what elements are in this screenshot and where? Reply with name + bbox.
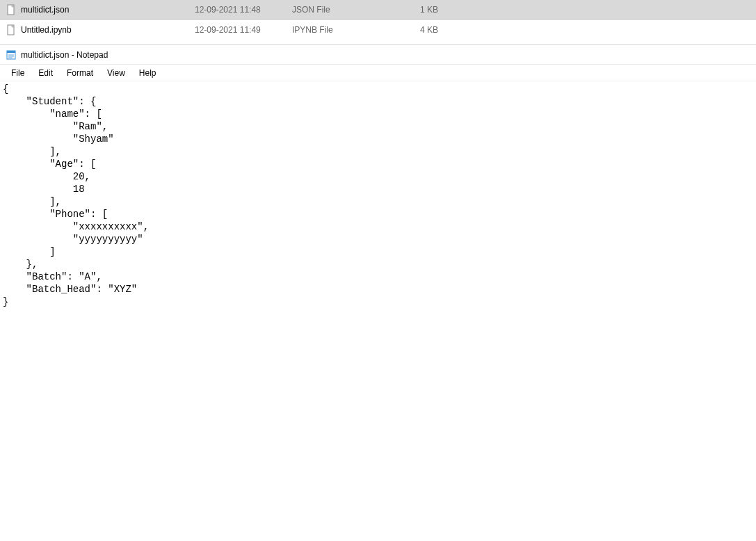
file-type: IPYNB File <box>292 25 403 35</box>
titlebar[interactable]: multidict.json - Notepad <box>0 45 756 65</box>
menu-file[interactable]: File <box>6 67 30 79</box>
menu-edit[interactable]: Edit <box>33 67 58 79</box>
notepad-icon <box>6 49 17 60</box>
editor-content[interactable]: { "Student": { "name": [ "Ram", "Shyam" … <box>0 81 756 540</box>
file-type: JSON File <box>292 5 403 15</box>
notepad-window: multidict.json - Notepad File Edit Forma… <box>0 45 756 540</box>
file-name: multidict.json <box>21 5 195 15</box>
menubar: File Edit Format View Help <box>0 65 756 81</box>
menu-help[interactable]: Help <box>134 67 162 79</box>
file-row[interactable]: multidict.json 12-09-2021 11:48 JSON Fil… <box>0 0 756 20</box>
file-row[interactable]: Untitled.ipynb 12-09-2021 11:49 IPYNB Fi… <box>0 20 756 40</box>
menu-view[interactable]: View <box>102 67 131 79</box>
svg-rect-3 <box>7 51 15 53</box>
file-name: Untitled.ipynb <box>21 25 195 35</box>
file-size: 1 KB <box>403 5 438 15</box>
file-size: 4 KB <box>403 25 438 35</box>
window-title: multidict.json - Notepad <box>21 50 108 60</box>
file-date: 12-09-2021 11:49 <box>195 25 292 35</box>
file-icon <box>6 4 17 15</box>
file-date: 12-09-2021 11:48 <box>195 5 292 15</box>
file-list: multidict.json 12-09-2021 11:48 JSON Fil… <box>0 0 756 40</box>
menu-format[interactable]: Format <box>61 67 99 79</box>
file-icon <box>6 24 17 35</box>
